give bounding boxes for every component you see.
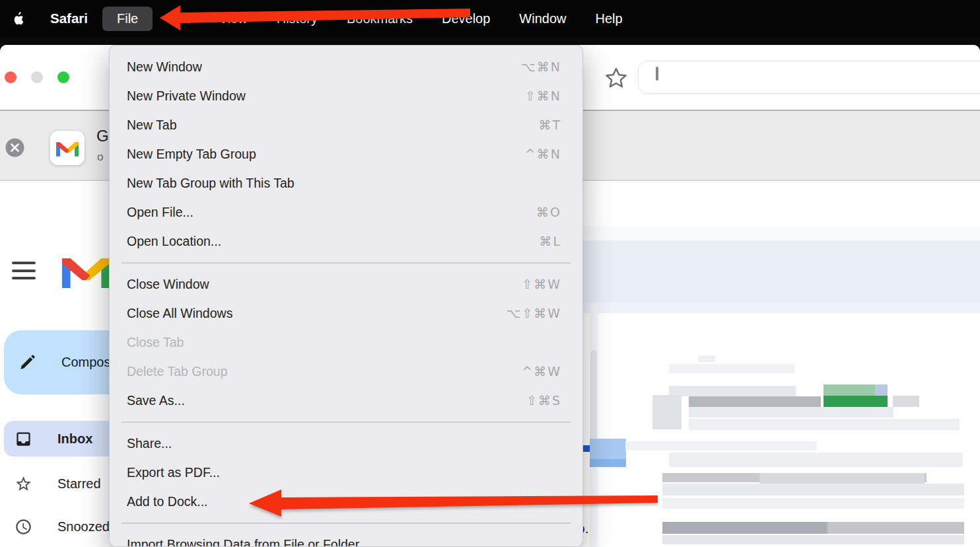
file-menu-item[interactable]: Open Location... ⌘L <box>110 227 582 256</box>
reader-view-icon[interactable] <box>656 68 676 88</box>
file-menu-item[interactable]: Save As... ⇧⌘S <box>110 386 582 415</box>
menu-item-label: Open Location... <box>127 234 539 249</box>
menu-item-shortcut: ^⌘W <box>522 364 561 379</box>
menu-item-shortcut: ⌥⇧⌘W <box>506 306 561 320</box>
file-menu-item <box>122 262 571 264</box>
inbox-icon <box>15 430 32 448</box>
menubar-item[interactable]: Edit <box>153 7 204 31</box>
menu-item-shortcut: ⇧⌘S <box>526 393 561 408</box>
file-menu-item[interactable]: Import Browsing Data from File or Folder <box>110 530 582 547</box>
file-menu-item[interactable]: New Empty Tab Group ^⌘N <box>110 139 582 168</box>
menubar-item-label: File <box>117 11 138 26</box>
menu-item-label: Delete Tab Group <box>127 364 522 379</box>
redacted-block <box>669 364 794 373</box>
redacted-block <box>689 419 960 430</box>
gmail-m-logo <box>62 252 110 291</box>
apple-icon[interactable] <box>0 11 36 26</box>
redacted-block <box>625 441 817 451</box>
gmail-app-icon <box>50 131 85 165</box>
menu-item-shortcut: ⇧⌘W <box>522 277 561 291</box>
menubar-item-label: History <box>277 11 318 26</box>
zoom-window-button[interactable] <box>57 71 69 83</box>
redacted-block <box>662 484 964 495</box>
menubar-item[interactable]: View <box>205 7 262 31</box>
redacted-block <box>652 395 682 429</box>
favorites-star-icon[interactable] <box>603 64 629 92</box>
menu-item-shortcut: ⇧⌘N <box>525 89 561 103</box>
menu-item-label: Import Browsing Data from File or Folder <box>127 537 561 547</box>
redacted-block <box>669 386 796 396</box>
menubar: Safari File Edit View History Bookmarks <box>0 0 980 37</box>
menu-item-shortcut: ⌥⌘N <box>521 59 561 74</box>
file-menu-item[interactable]: Export as PDF... <box>110 458 582 487</box>
pencil-icon <box>18 353 36 371</box>
menubar-item[interactable]: History <box>262 7 332 31</box>
file-menu-item[interactable]: Share... <box>110 429 582 458</box>
menubar-item-label: Safari <box>50 11 88 26</box>
menubar-item-label: Bookmarks <box>347 11 413 26</box>
menubar-item[interactable]: File <box>102 7 153 31</box>
menu-item-label: New Empty Tab Group <box>127 147 525 162</box>
redacted-block <box>698 355 715 362</box>
menubar-item-label: Edit <box>167 11 190 26</box>
file-menu-item[interactable]: New Window ⌥⌘N <box>110 52 582 81</box>
menubar-item[interactable]: Help <box>580 7 637 31</box>
redacted-block <box>689 396 821 408</box>
redacted-block <box>662 522 827 534</box>
file-menu-item: Delete Tab Group ^⌘W <box>110 357 582 386</box>
address-bar[interactable] <box>638 61 980 94</box>
sidebar-item-label: Inbox <box>57 431 92 447</box>
redacted-block <box>823 396 888 407</box>
menu-item-label: Close All Windows <box>127 306 506 321</box>
menubar-item[interactable]: Safari <box>36 6 102 31</box>
file-menu-item[interactable]: New Tab Group with This Tab <box>110 168 582 198</box>
menu-item-shortcut: ⌘T <box>538 118 561 132</box>
menu-item-shortcut: ⌘L <box>539 234 561 248</box>
menubar-item[interactable]: Window <box>505 7 580 31</box>
file-menu-item[interactable]: New Tab ⌘T <box>110 110 582 139</box>
redacted-block <box>662 535 964 544</box>
close-banner-icon[interactable] <box>5 138 24 157</box>
redacted-block <box>893 396 919 407</box>
redacted-block <box>875 384 888 396</box>
close-window-button[interactable] <box>5 71 17 83</box>
clock-icon <box>15 518 32 536</box>
menu-item-label: Share... <box>127 436 561 451</box>
menu-item-label: Add to Dock... <box>127 494 561 509</box>
redacted-block <box>827 522 964 534</box>
file-menu: New Window ⌥⌘N New Private Window ⇧⌘N Ne… <box>109 45 583 547</box>
file-menu-item <box>122 523 571 524</box>
banner-partial-subtitle: o <box>97 151 103 164</box>
file-menu-item[interactable]: Add to Dock... <box>110 487 582 516</box>
file-menu-item: Close Tab <box>110 328 582 357</box>
minimize-window-button[interactable] <box>31 71 43 83</box>
menubar-item-label: Develop <box>442 11 490 26</box>
menubar-item[interactable]: Develop <box>427 7 505 31</box>
hamburger-icon[interactable] <box>12 262 36 279</box>
menu-item-label: New Private Window <box>127 89 525 104</box>
menu-item-label: Save As... <box>127 393 526 408</box>
menu-item-shortcut: ^⌘N <box>525 147 561 161</box>
menu-item-label: Close Tab <box>127 335 561 350</box>
banner-partial-title: G <box>96 127 109 145</box>
menubar-item-label: Window <box>519 11 566 26</box>
redacted-block <box>669 453 963 467</box>
redacted-block <box>590 439 626 459</box>
star-icon <box>15 475 32 493</box>
sidebar-item-label: Starred <box>57 476 101 492</box>
redacted-block <box>590 459 626 467</box>
file-menu-item[interactable]: Close Window ⇧⌘W <box>110 270 582 299</box>
menu-item-label: New Tab Group with This Tab <box>127 176 561 191</box>
sidebar-item-label: Snoozed <box>57 519 110 534</box>
menu-item-label: Export as PDF... <box>127 465 561 480</box>
menu-item-label: New Tab <box>127 118 538 133</box>
menu-item-shortcut: ⌘O <box>536 205 561 219</box>
screen: G o Compose <box>0 0 980 547</box>
menubar-item[interactable]: Bookmarks <box>332 7 427 31</box>
file-menu-item[interactable]: Close All Windows ⌥⇧⌘W <box>110 299 582 328</box>
menu-item-label: Open File... <box>127 205 536 220</box>
menubar-item-label: Help <box>595 11 622 26</box>
file-menu-item[interactable]: New Private Window ⇧⌘N <box>110 81 582 110</box>
file-menu-item[interactable]: Open File... ⌘O <box>110 198 582 227</box>
redacted-block <box>689 407 893 418</box>
